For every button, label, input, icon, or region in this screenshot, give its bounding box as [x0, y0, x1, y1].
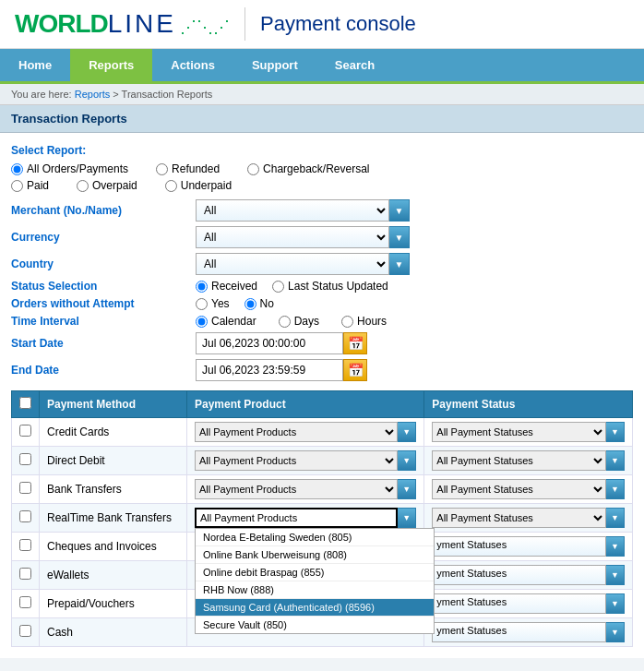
country-dropdown-btn[interactable]: ▼: [389, 253, 410, 275]
method-cell: Bank Transfers: [40, 475, 187, 504]
row-checkbox[interactable]: [19, 425, 31, 437]
time-interval-options: Calendar Days Hours: [196, 315, 387, 328]
breadcrumb-prefix: You are here:: [11, 89, 75, 100]
row-checkbox[interactable]: [19, 596, 31, 608]
radio-chargeback[interactable]: Chargeback/Reversal: [247, 162, 369, 175]
status-select[interactable]: All Payment Statuses: [432, 450, 606, 471]
nav-item-actions[interactable]: Actions: [152, 49, 233, 81]
radio-all-orders[interactable]: All Orders/Payments: [11, 162, 128, 175]
start-date-calendar-btn[interactable]: 📅: [343, 332, 367, 354]
status-partial: yment Statuses: [432, 593, 606, 614]
status-select[interactable]: All Payment Statuses: [432, 479, 606, 499]
row-checkbox[interactable]: [19, 539, 31, 551]
time-interval-row: Time Interval Calendar Days Hours: [11, 315, 633, 328]
status-dropdown-btn[interactable]: ▼: [606, 450, 625, 471]
status-cell: yment Statuses ▼: [424, 618, 633, 647]
logo-line: LINE: [108, 9, 176, 39]
dropdown-menu-item[interactable]: Online Bank Uberweisung (808): [196, 546, 434, 564]
th-payment-product: Payment Product: [187, 391, 424, 418]
merchant-select[interactable]: All: [196, 199, 389, 222]
breadcrumb-reports[interactable]: Reports: [75, 89, 111, 100]
select-report-section: Select Report: All Orders/Payments Refun…: [11, 144, 633, 192]
status-cell: All Payment Statuses ▼: [424, 475, 633, 504]
product-dropdown-open-btn[interactable]: ▼: [398, 508, 416, 528]
product-select[interactable]: All Payment Products: [195, 450, 398, 471]
method-cell: eWallets: [40, 561, 187, 590]
nav-item-search[interactable]: Search: [316, 49, 393, 81]
status-dropdown-btn[interactable]: ▼: [606, 422, 625, 442]
status-dropdown-btn[interactable]: ▼: [606, 479, 625, 499]
status-cell: All Payment Statuses ▼: [424, 418, 633, 447]
th-payment-status: Payment Status: [424, 391, 633, 418]
radio-calendar[interactable]: Calendar: [196, 315, 256, 328]
dropdown-menu-item-selected[interactable]: Samsung Card (Authenticated) (8596): [196, 599, 434, 617]
product-select[interactable]: All Payment Products: [195, 479, 398, 499]
dropdown-menu-item[interactable]: Online debit Braspag (855): [196, 564, 434, 581]
time-interval-label: Time Interval: [11, 315, 196, 328]
status-cell: All Payment Statuses ▼: [424, 504, 633, 533]
row-checkbox[interactable]: [19, 453, 31, 465]
currency-dropdown-btn[interactable]: ▼: [389, 226, 410, 248]
row-checkbox[interactable]: [19, 482, 31, 494]
main-content: Select Report: All Orders/Payments Refun…: [0, 133, 644, 658]
product-dropdown-btn[interactable]: ▼: [398, 422, 416, 442]
start-date-label: Start Date: [11, 337, 196, 350]
status-dropdown-btn[interactable]: ▼: [606, 536, 625, 557]
currency-label: Currency: [11, 231, 196, 244]
status-partial: yment Statuses: [432, 536, 606, 557]
dropdown-menu-item[interactable]: Nordea E-Betaling Sweden (805): [196, 529, 434, 546]
radio-days[interactable]: Days: [279, 315, 319, 328]
country-label: Country: [11, 258, 196, 270]
end-date-input[interactable]: Jul 06,2023 23:59:59: [196, 359, 343, 381]
row-checkbox-cell: [12, 590, 40, 618]
end-date-calendar-btn[interactable]: 📅: [343, 359, 367, 381]
row-checkbox[interactable]: [19, 568, 31, 580]
country-select[interactable]: All: [196, 253, 389, 275]
nav-bar: Home Reports Actions Support Search: [0, 49, 644, 84]
merchant-dropdown[interactable]: All ▼: [196, 199, 410, 222]
radio-underpaid[interactable]: Underpaid: [165, 179, 232, 192]
radio-hours[interactable]: Hours: [341, 315, 387, 328]
end-date-label: End Date: [11, 364, 196, 377]
page-title: Transaction Reports: [11, 112, 127, 126]
nav-item-reports[interactable]: Reports: [70, 49, 152, 81]
product-dropdown-btn[interactable]: ▼: [398, 479, 416, 499]
start-date-input[interactable]: Jul 06,2023 00:00:00: [196, 332, 343, 354]
merchant-dropdown-btn[interactable]: ▼: [389, 199, 410, 222]
status-dropdown-btn[interactable]: ▼: [606, 565, 625, 585]
status-dropdown-btn[interactable]: ▼: [606, 508, 625, 528]
radio-paid[interactable]: Paid: [11, 179, 49, 192]
table-row: RealTime Bank Transfers ▼ Nordea E-Betal…: [12, 504, 633, 533]
status-select[interactable]: All Payment Statuses: [432, 508, 606, 528]
row-checkbox[interactable]: [19, 625, 31, 637]
radio-received[interactable]: Received: [196, 280, 257, 293]
radio-refunded[interactable]: Refunded: [156, 162, 220, 175]
dropdown-menu-item[interactable]: Secure Vault (850): [196, 617, 434, 633]
radio-overpaid[interactable]: Overpaid: [77, 179, 137, 192]
nav-item-home[interactable]: Home: [0, 49, 70, 81]
country-dropdown[interactable]: All ▼: [196, 253, 410, 275]
radio-last-status[interactable]: Last Status Updated: [272, 280, 388, 293]
nav-item-support[interactable]: Support: [233, 49, 316, 81]
dropdown-menu-item[interactable]: RHB Now (888): [196, 581, 434, 599]
method-cell: Prepaid/Vouchers: [40, 590, 187, 618]
status-partial: yment Statuses: [432, 565, 606, 585]
radio-no[interactable]: No: [244, 297, 274, 310]
product-cell-open: ▼ Nordea E-Betaling Sweden (805) Online …: [187, 504, 424, 533]
currency-select[interactable]: All: [196, 226, 389, 248]
product-input-open[interactable]: [195, 508, 398, 528]
method-cell: Direct Debit: [40, 447, 187, 475]
status-dropdown-btn[interactable]: ▼: [606, 593, 625, 614]
row-checkbox-cell: [12, 561, 40, 590]
radio-yes[interactable]: Yes: [196, 297, 230, 310]
product-dropdown-menu: Nordea E-Betaling Sweden (805) Online Ba…: [195, 528, 435, 634]
product-dropdown-btn[interactable]: ▼: [398, 450, 416, 471]
row-checkbox[interactable]: [19, 510, 31, 522]
status-select[interactable]: All Payment Statuses: [432, 422, 606, 442]
product-select[interactable]: All Payment Products: [195, 422, 398, 442]
status-dropdown-btn[interactable]: ▼: [606, 622, 625, 642]
th-checkbox: [12, 391, 40, 418]
status-cell: yment Statuses ▼: [424, 533, 633, 561]
select-all-checkbox[interactable]: [19, 397, 31, 409]
currency-dropdown[interactable]: All ▼: [196, 226, 410, 248]
